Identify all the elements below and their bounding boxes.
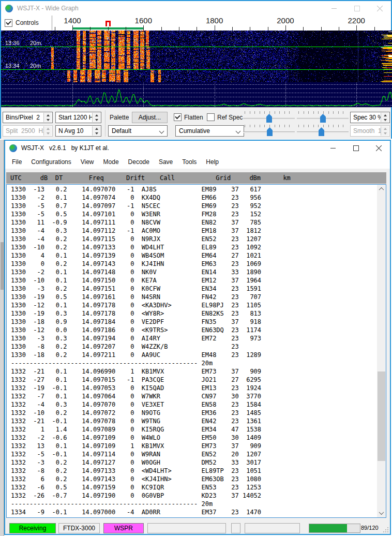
spin-down-icon (47, 132, 50, 135)
ref-spec-checkbox[interactable] (207, 113, 215, 121)
n-avg-spinbox[interactable]: N Avg 10 (55, 125, 101, 137)
wide-graph-title: WSJT-X - Wide Graph (17, 5, 79, 12)
scale-label: 2000 (277, 16, 294, 25)
spin-arrows[interactable] (381, 113, 389, 122)
spin-up-icon (47, 128, 50, 130)
waterfall-display[interactable] (1, 31, 392, 107)
maximize-icon (353, 145, 359, 151)
maximize-button[interactable] (345, 1, 368, 16)
menu-item-help[interactable]: Help (201, 156, 223, 168)
chevron-up-icon (379, 187, 384, 192)
resize-grip[interactable] (383, 527, 388, 532)
spin-down-icon (384, 132, 387, 135)
scale-tick (143, 25, 144, 31)
adjust-button[interactable]: Adjust... (132, 112, 168, 123)
wide-graph-controls-panel: Bins/Pixel 2 Start 1200 Hz Split 2500 Hz… (1, 107, 391, 139)
status-rig: FTDX-3000 (58, 523, 100, 533)
spin-arrows[interactable] (92, 126, 100, 136)
scale-tick (321, 27, 322, 31)
slider-handle[interactable] (319, 127, 324, 136)
menu-item-mode[interactable]: Mode (99, 156, 124, 168)
scale-tick (268, 27, 268, 31)
palette-label: Palette (110, 114, 129, 121)
smooth-spinbox: Smooth 1 (350, 125, 390, 137)
scale-tick (179, 27, 179, 31)
controls-checkbox-group[interactable]: Controls (1, 16, 52, 30)
scale-tick (232, 27, 233, 31)
main-titlebar[interactable]: WSJT-X v2.6.1 by K1JT et al. (5, 141, 390, 155)
scroll-up-button[interactable] (377, 185, 386, 193)
scale-label: 2200 (348, 16, 365, 25)
close-button[interactable] (367, 141, 390, 155)
gain-slider-2[interactable] (243, 124, 295, 137)
status-empty-panel-3 (245, 523, 300, 533)
menu-item-save[interactable]: Save (154, 156, 177, 168)
controls-checkbox[interactable] (5, 19, 12, 27)
rx-frequency-marker[interactable] (105, 21, 111, 26)
spec-percent-value: Spec 30 % (353, 114, 383, 121)
slider-handle[interactable] (266, 114, 272, 123)
smooth-value: Smooth 1 (353, 127, 382, 135)
palette-value: Default (112, 127, 131, 135)
zero-slider-1[interactable] (297, 111, 349, 123)
scale-tick (303, 27, 304, 31)
decode-table-header: UTC dB DT Freq Drift Call Grid dBm km (6, 172, 386, 184)
spin-up-icon (384, 114, 387, 116)
maximize-button[interactable] (344, 141, 367, 155)
menu-item-file[interactable]: File (7, 156, 26, 168)
wide-graph-titlebar[interactable]: WSJT-X - Wide Graph (1, 1, 391, 16)
scroll-down-button[interactable] (377, 509, 386, 517)
spin-down-icon (95, 132, 98, 135)
background-scrollbar-fragment (1, 242, 4, 290)
decode-text-area[interactable]: 1330 -13 0.2 14.097070 -1 AJ8S EM89 37 6… (6, 184, 386, 518)
separator (105, 110, 105, 137)
bins-pixel-spinbox[interactable]: Bins/Pixel 2 (3, 112, 53, 123)
rx-progress-bar (309, 524, 360, 533)
slider-ticks (245, 125, 294, 127)
frequency-scale[interactable]: Controls 14001600180020002200 (1, 16, 391, 31)
minimize-button[interactable] (323, 1, 345, 16)
status-receiving: Receiving (9, 523, 56, 533)
minimize-icon (331, 8, 337, 9)
scale-tick (55, 27, 55, 31)
spin-down-icon (384, 119, 387, 121)
decode-text[interactable]: 1330 -13 0.2 14.097070 -1 AJ8S EM89 37 6… (7, 185, 386, 516)
start-hz-spinbox[interactable]: Start 1200 Hz (55, 112, 101, 123)
scale-tick (215, 25, 215, 31)
spec-percent-spinbox[interactable]: Spec 30 % (350, 112, 390, 123)
spin-up-icon (95, 128, 98, 130)
main-caption-buttons (322, 141, 390, 155)
start-hz-value: Start 1200 Hz (58, 114, 96, 121)
spin-arrows[interactable] (43, 113, 52, 122)
menu-item-decode[interactable]: Decode (124, 156, 154, 168)
palette-combobox[interactable]: Default (108, 125, 168, 137)
menu-item-configurations[interactable]: Configurations (26, 156, 76, 168)
minimize-button[interactable] (322, 141, 344, 155)
scale-tick (374, 27, 375, 31)
chevron-down-icon (159, 129, 164, 134)
menu-bar: FileConfigurationsViewModeDecodeSaveTool… (5, 155, 390, 169)
progress-fill (309, 524, 347, 532)
flatten-label: Flatten (184, 114, 203, 121)
ref-spec-checkbox-group[interactable]: Ref Spec (207, 113, 243, 121)
split-hz-value: Split 2500 Hz (6, 127, 46, 135)
decode-scrollbar[interactable] (377, 185, 386, 517)
menu-item-view[interactable]: View (76, 156, 99, 168)
minimize-icon (330, 148, 336, 148)
scrollbar-thumb[interactable] (378, 371, 385, 461)
status-empty-panel-1 (147, 523, 226, 533)
controls-label: Controls (16, 19, 39, 26)
chevron-down-icon (236, 129, 241, 134)
flatten-checkbox[interactable] (174, 113, 182, 121)
close-button[interactable] (368, 1, 391, 16)
gain-slider-1[interactable] (243, 111, 295, 123)
spin-arrows[interactable] (92, 113, 100, 122)
maximize-icon (354, 6, 360, 11)
zero-slider-2[interactable] (297, 124, 349, 137)
display-mode-combobox[interactable]: Cumulative (175, 125, 244, 137)
slider-handle[interactable] (267, 127, 273, 136)
flatten-checkbox-group[interactable]: Flatten (174, 113, 203, 121)
scale-tick (197, 27, 197, 31)
slider-handle[interactable] (320, 114, 326, 123)
menu-item-tools[interactable]: Tools (177, 156, 201, 168)
